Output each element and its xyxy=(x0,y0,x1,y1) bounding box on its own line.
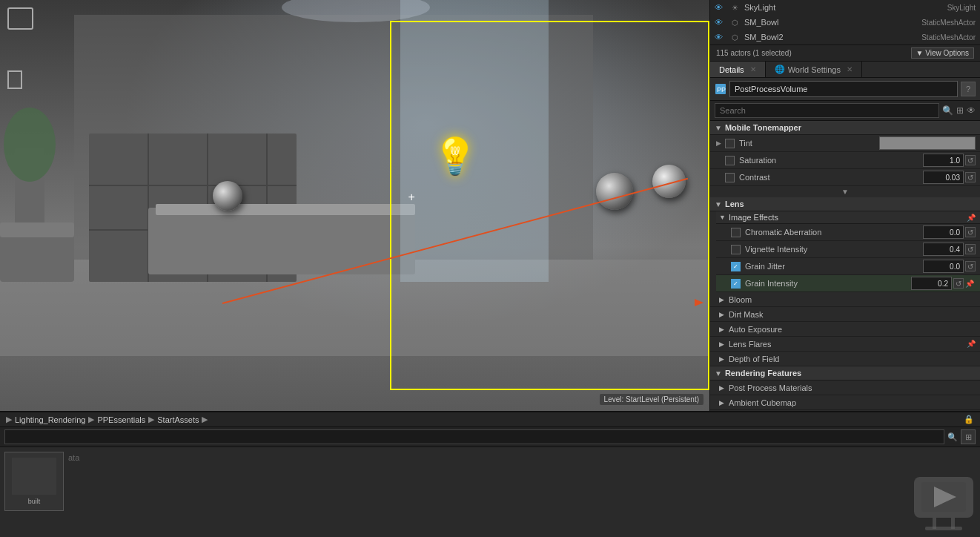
depth-of-field-expand-icon: ▶ xyxy=(719,355,724,363)
contrast-value[interactable] xyxy=(923,171,964,184)
prop-row-vignette-intensity: Vignette Intensity ↺ xyxy=(716,241,980,258)
saturation-checkbox[interactable] xyxy=(725,156,735,165)
tonemapper-label: Mobile Tonemapper xyxy=(725,123,801,132)
section-rendering-features[interactable]: ▼ Rendering Features xyxy=(710,366,980,380)
help-button[interactable]: ? xyxy=(961,82,976,96)
bottom-panel: ▶ Lighting_Rendering ▶ PPEssentials ▶ St… xyxy=(0,411,980,537)
visibility-icon-smbowl2[interactable]: 👁 xyxy=(715,33,725,42)
sphere-right xyxy=(596,173,633,210)
post-process-materials-row[interactable]: ▶ Post Process Materials xyxy=(710,380,980,395)
visibility-icon-smbowl[interactable]: 👁 xyxy=(715,18,725,27)
asset-name: built xyxy=(28,498,41,505)
depth-of-field-row[interactable]: ▶ Depth of Field xyxy=(710,352,980,366)
actor-name-smbowl: SM_Bowl xyxy=(744,18,917,27)
image-effects-pin-icon[interactable]: 📌 xyxy=(967,214,976,222)
actor-row-smbowl[interactable]: 👁 ⬡ SM_Bowl StaticMeshActor xyxy=(710,15,980,30)
auto-exposure-row[interactable]: ▶ Auto Exposure xyxy=(710,322,980,337)
dirt-mask-row[interactable]: ▶ Dirt Mask xyxy=(710,307,980,322)
breadcrumb-item-ppessentials[interactable]: PPEssentials xyxy=(97,415,145,424)
search-input[interactable] xyxy=(715,103,939,118)
lock-icon[interactable]: 🔒 xyxy=(964,415,974,424)
lens-flares-row[interactable]: ▶ Lens Flares 📌 xyxy=(710,337,980,352)
vignette-intensity-value[interactable] xyxy=(923,243,964,256)
grain-jitter-checkbox[interactable]: ✓ xyxy=(731,262,741,271)
view-options-button[interactable]: ▼ View Options xyxy=(911,47,974,59)
search-icon: 🔍 xyxy=(942,105,953,116)
grain-jitter-reset[interactable]: ↺ xyxy=(965,261,976,271)
viewport[interactable]: + 💡 Level: StartLevel (Persistent) xyxy=(0,0,709,411)
image-effects-header[interactable]: ▼ Image Effects 📌 xyxy=(716,211,980,224)
asset-search-icon: 🔍 xyxy=(947,432,958,442)
section-mobile-tonemapper[interactable]: ▼ Mobile Tonemapper xyxy=(710,121,980,135)
bloom-label: Bloom xyxy=(729,295,752,304)
grain-intensity-value[interactable] xyxy=(911,277,952,290)
image-effects-expand-icon: ▼ xyxy=(719,214,726,221)
tab-details[interactable]: Details ✕ xyxy=(710,62,766,77)
lens-flares-pin[interactable]: 📌 xyxy=(967,340,976,348)
chromatic-aberration-reset[interactable]: ↺ xyxy=(965,227,976,237)
breadcrumb-more-icon[interactable]: ▶ xyxy=(202,415,208,424)
prop-row-saturation: Saturation ↺ xyxy=(710,152,980,169)
rendering-label: Rendering Features xyxy=(725,369,801,378)
grain-jitter-checkmark: ✓ xyxy=(733,263,738,270)
grain-intensity-reset[interactable]: ↺ xyxy=(953,278,964,289)
contrast-reset[interactable]: ↺ xyxy=(965,172,976,182)
details-tab-label: Details xyxy=(719,65,744,74)
tint-color-swatch[interactable] xyxy=(879,136,976,150)
prop-row-contrast: Contrast ↺ xyxy=(710,169,980,186)
grid-view-icon[interactable]: ⊞ xyxy=(956,105,964,116)
prop-row-tint: ▶ Tint xyxy=(710,135,980,152)
section-lens[interactable]: ▼ Lens xyxy=(710,197,980,211)
pp-name-input[interactable] xyxy=(729,81,958,97)
search-bar: 🔍 ⊞ 👁 xyxy=(710,101,980,121)
filter-toggle-icon[interactable]: 👁 xyxy=(967,105,976,116)
bloom-row[interactable]: ▶ Bloom xyxy=(710,292,980,307)
ppm-label: Post Process Materials xyxy=(729,383,812,392)
dirt-mask-expand-icon: ▶ xyxy=(719,311,724,318)
bottom-search-bar: 🔍 ⊞ xyxy=(0,427,980,447)
actor-row-smbowl2[interactable]: 👁 ⬡ SM_Bowl2 StaticMeshActor xyxy=(710,30,980,45)
tint-expand-icon[interactable]: ▶ xyxy=(716,139,725,147)
asset-grid-button[interactable]: ⊞ xyxy=(961,429,976,444)
vignette-intensity-checkbox[interactable] xyxy=(731,245,741,254)
asset-search-input[interactable] xyxy=(4,429,944,444)
lens-expand-icon: ▼ xyxy=(715,200,722,208)
chromatic-aberration-value[interactable] xyxy=(923,225,964,239)
breadcrumb-item-lighting[interactable]: Lighting_Rendering xyxy=(15,415,85,424)
depth-of-field-label: Depth of Field xyxy=(729,355,779,363)
frame-indicator-top xyxy=(7,7,33,30)
properties-panel: ▼ Mobile Tonemapper ▶ Tint Saturation ↺ xyxy=(710,121,980,411)
actor-row-skylight[interactable]: 👁 ☀ SkyLight SkyLight xyxy=(710,0,980,15)
breadcrumb-collapse-icon[interactable]: ▶ xyxy=(6,415,12,424)
breadcrumb-item-startassets[interactable]: StartAssets xyxy=(157,415,199,424)
tonemapper-expand-icon: ▼ xyxy=(715,124,722,132)
vignette-intensity-reset[interactable]: ↺ xyxy=(965,244,976,254)
svg-rect-23 xyxy=(925,527,962,530)
asset-browser: built ata xyxy=(0,447,980,537)
lens-flares-label: Lens Flares xyxy=(729,340,771,349)
asset-item-placeholder[interactable]: built xyxy=(4,452,64,511)
grain-jitter-value[interactable] xyxy=(923,260,964,273)
tint-checkbox[interactable] xyxy=(725,139,735,148)
grain-intensity-pin-icon[interactable]: 📌 xyxy=(965,280,976,288)
ppm-expand-icon: ▶ xyxy=(719,384,724,392)
details-tab-close[interactable]: ✕ xyxy=(750,65,756,73)
chromatic-aberration-checkbox[interactable] xyxy=(731,228,741,237)
prop-row-grain-intensity: ✓ Grain Intensity ↺ 📌 xyxy=(716,275,980,292)
grain-intensity-checkmark: ✓ xyxy=(733,280,738,287)
tv-icon xyxy=(910,473,977,533)
tab-world-settings[interactable]: 🌐 World Settings ✕ xyxy=(766,62,862,77)
saturation-reset[interactable]: ↺ xyxy=(965,155,976,165)
contrast-checkbox[interactable] xyxy=(725,173,735,182)
lens-label: Lens xyxy=(725,200,744,208)
grain-intensity-checkbox[interactable]: ✓ xyxy=(731,279,741,289)
mesh-icon-smbowl: ⬡ xyxy=(729,19,740,27)
asset-thumbnail xyxy=(12,458,56,495)
lens-flares-expand-icon: ▶ xyxy=(719,340,724,348)
skylight-icon: ☀ xyxy=(729,4,740,12)
saturation-value[interactable] xyxy=(923,154,964,167)
world-settings-tab-close[interactable]: ✕ xyxy=(847,65,852,73)
actor-type-smbowl: StaticMeshActor xyxy=(921,19,976,27)
ambient-cubemap-row[interactable]: ▶ Ambient Cubemap xyxy=(710,395,980,410)
visibility-icon-skylight[interactable]: 👁 xyxy=(715,3,725,12)
